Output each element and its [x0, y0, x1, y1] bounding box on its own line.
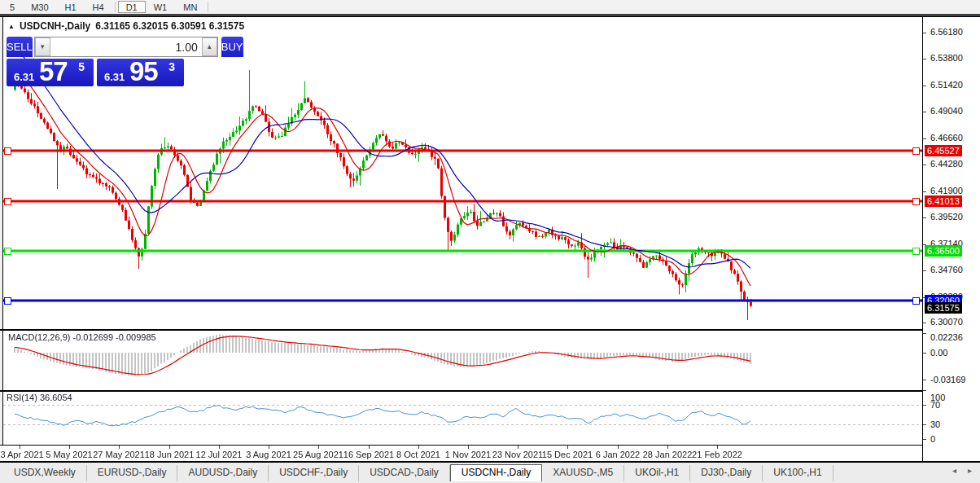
- hline-price-badge: 6.41013: [925, 195, 962, 207]
- timeframe-button-d1[interactable]: D1: [118, 1, 146, 13]
- chart-tab-dj30[interactable]: DJ30-,Daily: [690, 465, 763, 481]
- timeframe-button-5[interactable]: 5: [2, 1, 23, 13]
- axis-tick: [923, 353, 926, 353]
- sell-price-box[interactable]: 6.31 57 5: [7, 59, 94, 86]
- buy-price-pip: 3: [168, 60, 175, 73]
- chart-tab-xauusd[interactable]: XAUUSD-,M5: [542, 465, 624, 481]
- date-axis-label: 18 Jun 2021: [145, 450, 195, 459]
- macd-axis-label: 0.02236: [930, 332, 963, 342]
- macd-axis-label: -0.03169: [930, 375, 965, 384]
- date-axis[interactable]: 13 Apr 20215 May 202127 May 202118 Jun 2…: [0, 446, 922, 461]
- axis-tick: [923, 191, 926, 192]
- axis-tick: [923, 217, 926, 218]
- date-axis-label: 21 Feb 2022: [692, 450, 742, 459]
- tab-scroll-arrows: ◂ ▸: [952, 466, 972, 475]
- date-axis-label: 1 Nov 2021: [445, 450, 491, 459]
- price-axis-label: 6.34760: [930, 265, 963, 274]
- timeframe-button-h4[interactable]: H4: [85, 1, 112, 13]
- date-tick: [717, 446, 718, 449]
- price-axis-label: 6.39520: [930, 212, 963, 222]
- chart-tab-usdchf[interactable]: USDCHF-,Daily: [269, 465, 359, 481]
- volume-input[interactable]: [50, 37, 202, 56]
- date-axis-label: 13 Apr 2021: [0, 450, 44, 459]
- macd-indicator-label: MACD(12,26,9) -0.012699 -0.009985: [8, 332, 156, 342]
- chart-tab-audusd[interactable]: AUDUSD-,Daily: [177, 465, 269, 481]
- axis-tick: [923, 390, 926, 391]
- toolbar-separator: [115, 2, 116, 12]
- sell-price-main: 57: [39, 56, 68, 87]
- axis-tick: [923, 380, 926, 380]
- date-axis-label: 5 May 2021: [46, 450, 92, 459]
- chart-tab-usdcad[interactable]: USDCAD-,Daily: [359, 465, 450, 481]
- sell-button[interactable]: SELL: [7, 37, 33, 57]
- chart-tab-usdx[interactable]: USDX,Weekly: [3, 465, 87, 481]
- axis-tick: [923, 33, 926, 33]
- rsi-pane-separator[interactable]: [0, 390, 980, 392]
- date-axis-label: 28 Jan 2022: [643, 450, 693, 459]
- axis-tick: [923, 59, 926, 59]
- sell-price-pip: 5: [78, 60, 85, 73]
- price-axis-label: 6.56180: [930, 27, 963, 37]
- rsi-axis-label: 30: [930, 419, 940, 429]
- date-tick: [20, 446, 20, 449]
- date-axis-label: 23 Nov 2021: [492, 450, 543, 459]
- axis-tick: [923, 333, 926, 334]
- toolbar-separator: [208, 2, 208, 12]
- rsi-indicator-label: RSI(14) 36.6054: [7, 393, 72, 402]
- date-tick: [518, 446, 518, 449]
- date-axis-label: 27 May 2021: [93, 450, 145, 459]
- date-axis-label: 12 Jul 2021: [196, 450, 243, 459]
- price-axis[interactable]: 6.561806.538006.514206.490406.466606.442…: [922, 17, 980, 461]
- date-tick: [618, 446, 619, 449]
- price-axis-label: 6.44280: [930, 159, 963, 169]
- buy-price-prefix: 6.31: [104, 71, 125, 83]
- chart-tab-eurusd[interactable]: EURUSD-,Daily: [87, 465, 178, 481]
- timeframe-toolbar: 5M30H1H4D1W1MN: [0, 0, 980, 14]
- chart-tab-usdcnh[interactable]: USDCNH-,Daily: [450, 464, 542, 481]
- timeframe-button-h1[interactable]: H1: [57, 1, 85, 13]
- price-axis-label: 6.46660: [930, 133, 963, 143]
- hline-price-badge: 6.36500: [925, 245, 962, 257]
- timeframe-button-w1[interactable]: W1: [146, 1, 176, 13]
- date-tick: [369, 446, 370, 449]
- axis-tick: [923, 86, 926, 86]
- rsi-axis-label: 0: [930, 434, 935, 444]
- date-tick: [567, 446, 568, 449]
- date-tick: [69, 446, 70, 449]
- volume-decrease-icon[interactable]: ▼: [35, 37, 50, 56]
- chart-tab-bar: USDX,WeeklyEURUSD-,DailyAUDUSD-,DailyUSD…: [3, 464, 833, 481]
- collapse-trade-panel-icon[interactable]: ▲: [8, 23, 15, 30]
- date-tick: [169, 446, 170, 449]
- tab-scroll-left-icon[interactable]: ◂: [952, 466, 956, 475]
- date-axis-label: 3 Aug 2021: [246, 450, 291, 459]
- axis-tick: [923, 165, 926, 165]
- date-axis-label: 25 Aug 2021: [293, 450, 343, 459]
- macd-pane-separator[interactable]: [0, 329, 980, 331]
- axis-tick: [923, 112, 926, 112]
- date-tick: [119, 446, 120, 449]
- chart-symbol-label: USDCNH-,Daily: [20, 20, 90, 32]
- timeframe-button-mn[interactable]: MN: [175, 1, 205, 13]
- tab-scroll-right-icon[interactable]: ▸: [968, 466, 972, 475]
- axis-tick: [923, 439, 926, 440]
- chart-tab-uk100[interactable]: UK100-,H1: [763, 465, 833, 481]
- timeframe-button-m30[interactable]: M30: [23, 1, 56, 13]
- current-price-badge: 6.31575: [925, 302, 962, 314]
- trading-platform-window: 5M30H1H4D1W1MN ▲ USDCNH-,Daily 6.31165 6…: [0, 0, 980, 483]
- date-tick: [318, 446, 319, 449]
- axis-tick: [923, 138, 926, 139]
- buy-price-main: 95: [129, 56, 158, 87]
- date-tick: [219, 446, 220, 449]
- rsi-axis-label: 70: [930, 400, 940, 410]
- price-axis-label: 6.49040: [930, 106, 963, 116]
- date-axis-label: 6 Jan 2022: [596, 450, 640, 459]
- price-axis-label: 6.30070: [930, 317, 963, 327]
- volume-increase-icon[interactable]: ▲: [202, 37, 217, 56]
- axis-tick: [923, 405, 926, 406]
- buy-button[interactable]: BUY: [221, 37, 243, 57]
- date-axis-label: 15 Dec 2021: [542, 450, 593, 459]
- date-axis-label: 16 Sep 2021: [343, 450, 394, 459]
- macd-axis-label: 0.00: [930, 348, 947, 358]
- chart-tab-ukoil[interactable]: UKOil-,H1: [624, 465, 690, 481]
- buy-price-box[interactable]: 6.31 95 3: [97, 59, 184, 86]
